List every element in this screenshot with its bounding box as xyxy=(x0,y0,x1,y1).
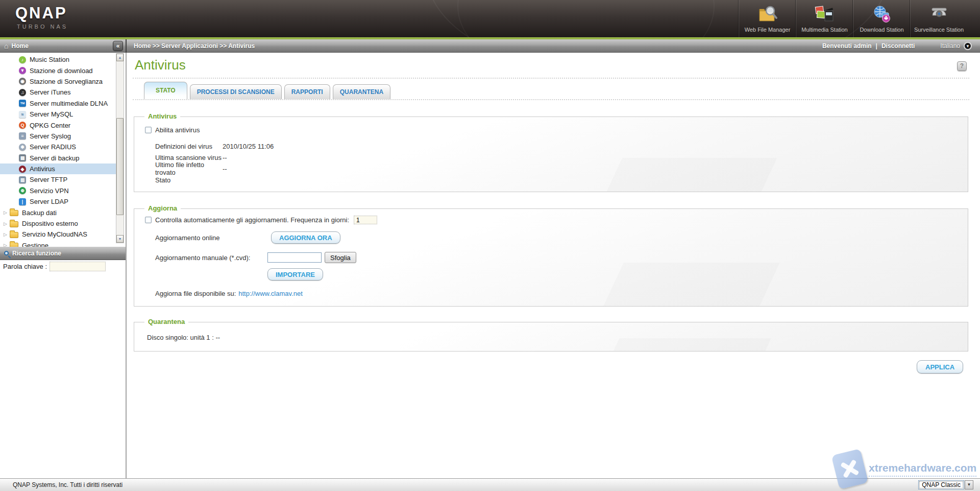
status-row-value: -- xyxy=(223,154,227,161)
import-button[interactable]: IMPORTARE xyxy=(267,268,323,280)
update-now-button[interactable]: AGGIORNA ORA xyxy=(271,231,340,244)
update-section: Aggiorna Controlla automaticamente gli a… xyxy=(134,208,968,307)
syslog-icon: ≡ xyxy=(19,132,26,139)
apply-button[interactable]: APPLICA xyxy=(917,360,963,373)
expand-arrow-icon[interactable]: ▷ xyxy=(4,210,8,215)
theme-selector[interactable]: QNAP Classic ▼ xyxy=(918,480,973,489)
keyword-label: Parola chiave : xyxy=(3,263,47,270)
expand-arrow-icon[interactable]: ▷ xyxy=(4,243,8,247)
station-web-file-manager[interactable]: Web File Manager xyxy=(739,0,796,37)
theme-select-value[interactable]: QNAP Classic xyxy=(918,480,964,489)
sidebar-collapse-button[interactable]: « xyxy=(113,41,123,51)
keyword-search-row: Parola chiave : xyxy=(0,262,126,271)
sidebar-item-label: Server TFTP xyxy=(30,176,67,183)
sidebar-item-server-tftp[interactable]: ▥Server TFTP xyxy=(0,174,116,185)
sidebar-header: ⌂ Home « xyxy=(0,39,126,53)
manual-update-label: Aggiornamento manuale (*.cvd): xyxy=(155,254,267,262)
manual-update-file-input[interactable] xyxy=(267,252,322,263)
sidebar-item-server-itunes[interactable]: ♫Server iTunes xyxy=(0,87,116,98)
theme-select-arrow-icon[interactable]: ▼ xyxy=(965,480,973,489)
camera-dome-icon: ◉ xyxy=(19,78,26,85)
sidebar-item-backup-dati[interactable]: ▷Backup dati xyxy=(0,207,116,218)
sidebar-item-stazione-di-sorveglianza[interactable]: ◉Stazione di Sorveglianza xyxy=(0,76,116,87)
status-row-label: Stato xyxy=(155,176,223,184)
tab-stato[interactable]: STATO xyxy=(144,82,187,99)
tab-rapporti[interactable]: RAPPORTI xyxy=(284,84,330,99)
home-icon: ⌂ xyxy=(4,42,8,50)
sidebar-item-servizio-vpn[interactable]: ⊕Servizio VPN xyxy=(0,185,116,196)
sidebar-item-label: Server MySQL xyxy=(30,110,73,118)
qpkg-icon: Q xyxy=(19,122,26,129)
tab-processi-di-scansione[interactable]: PROCESSI DI SCANSIONE xyxy=(190,84,282,99)
tab-quarantena[interactable]: QUARANTENA xyxy=(333,84,390,99)
download-station-icon xyxy=(871,0,893,26)
status-row: Stato xyxy=(155,174,274,185)
sidebar-item-server-multimediale-dlna[interactable]: TMServer multimediale DLNA xyxy=(0,98,116,109)
sidebar-item-server-di-backup[interactable]: ▤Server di backup xyxy=(0,153,116,163)
station-download-station[interactable]: Download Station xyxy=(853,0,910,37)
sidebar-item-music-station[interactable]: ♪Music Station xyxy=(0,54,116,65)
sidebar-item-dispositivo-esterno[interactable]: ▷Dispositivo esterno xyxy=(0,218,116,229)
sidebar-item-server-radius[interactable]: ✱Server RADIUS xyxy=(0,142,116,152)
update-section-legend: Aggiorna xyxy=(144,204,181,212)
station-label: Surveillance Station xyxy=(914,27,964,33)
sidebar-item-label: Stazione di Sorveglianza xyxy=(30,78,103,85)
station-multimedia-station[interactable]: Multimedia Station xyxy=(796,0,853,37)
ldap-book-icon: ❘ xyxy=(19,198,26,205)
breadcrumb-bar: Home >> Server Applicazioni >> Antivirus… xyxy=(127,39,980,53)
keyword-input[interactable] xyxy=(50,262,106,271)
separator: | xyxy=(876,42,877,50)
tab-bar: STATOPROCESSI DI SCANSIONERAPPORTIQUARAN… xyxy=(133,82,969,100)
scroll-down-icon[interactable]: ▼ xyxy=(116,235,124,243)
scrollbar-thumb[interactable] xyxy=(116,118,124,215)
folder-icon xyxy=(10,210,18,216)
qnap-logo-subtitle: TURBO NAS xyxy=(17,24,68,30)
sidebar-item-label: Server iTunes xyxy=(30,88,70,96)
tftp-icon: ▥ xyxy=(19,176,26,183)
mysql-icon: ≈ xyxy=(19,111,26,118)
status-row-value: 2010/10/25 11:06 xyxy=(223,143,274,150)
station-shortcuts: Web File ManagerMultimedia StationDownlo… xyxy=(739,0,967,37)
status-row: Definizioni dei virus2010/10/25 11:06 xyxy=(155,141,274,152)
sidebar-item-server-mysql[interactable]: ≈Server MySQL xyxy=(0,109,116,120)
sidebar-menu: ♪Music Station▼Stazione di download◉Staz… xyxy=(0,53,116,247)
auto-update-checkbox[interactable] xyxy=(145,217,152,223)
sidebar-item-server-syslog[interactable]: ≡Server Syslog xyxy=(0,131,116,142)
scroll-up-icon[interactable]: ▲ xyxy=(116,54,124,61)
language-dropdown-icon[interactable]: ▼ xyxy=(964,42,972,50)
logout-link[interactable]: Disconnetti xyxy=(881,42,915,50)
enable-antivirus-checkbox[interactable] xyxy=(145,127,152,133)
multimedia-station-icon xyxy=(814,0,836,26)
language-label: Italiano xyxy=(940,42,960,50)
welcome-text: Benvenuti admin xyxy=(822,42,872,50)
footer: QNAP Systems, Inc. Tutti i diritti riser… xyxy=(0,478,980,491)
sidebar-item-server-ldap[interactable]: ❘Server LDAP xyxy=(0,196,116,207)
vpn-globe-icon: ⊕ xyxy=(19,187,26,194)
sidebar-item-label: Server Syslog xyxy=(30,132,71,140)
sidebar-item-stazione-di-download[interactable]: ▼Stazione di download xyxy=(0,65,116,76)
expand-arrow-icon[interactable]: ▷ xyxy=(4,221,8,226)
frequency-days-input[interactable] xyxy=(354,216,377,224)
status-row-label: Ultimo file infetto trovato xyxy=(155,161,223,176)
sidebar-item-gestione[interactable]: ▷Gestione xyxy=(0,240,116,247)
sidebar-item-qpkg-center[interactable]: QQPKG Center xyxy=(0,120,116,130)
clamav-link[interactable]: http://www.clamav.net xyxy=(238,290,302,297)
enable-antivirus-label: Abilita antivirus xyxy=(155,126,200,134)
help-button[interactable]: ? xyxy=(957,61,967,71)
sidebar-item-antivirus[interactable]: ◈Antivirus xyxy=(0,163,116,174)
sidebar-scrollbar[interactable]: ▲ ▼ xyxy=(116,53,124,243)
antivirus-section-legend: Antivirus xyxy=(144,112,180,120)
quarantine-status-text: Disco singolo: unità 1 : -- xyxy=(147,334,220,341)
browse-button[interactable]: Sfoglia xyxy=(325,252,356,263)
station-surveillance-station[interactable]: Surveillance Station xyxy=(910,0,967,37)
status-row: Ultimo file infetto trovato-- xyxy=(155,163,274,174)
sidebar-title: Home xyxy=(11,42,28,50)
quarantine-section: Quarantena Disco singolo: unità 1 : -- xyxy=(134,322,968,352)
sidebar-item-label: Server LDAP xyxy=(30,198,68,205)
expand-arrow-icon[interactable]: ▷ xyxy=(4,232,8,237)
antivirus-status-rows: Definizioni dei virus2010/10/25 11:06Ult… xyxy=(155,141,274,185)
folder-icon xyxy=(10,221,18,227)
status-row-label: Ultima scansione virus xyxy=(155,154,223,161)
sidebar-item-servizio-mycloudnas[interactable]: ▷Servizio MyCloudNAS xyxy=(0,229,116,240)
page-title: Antivirus xyxy=(135,57,186,73)
